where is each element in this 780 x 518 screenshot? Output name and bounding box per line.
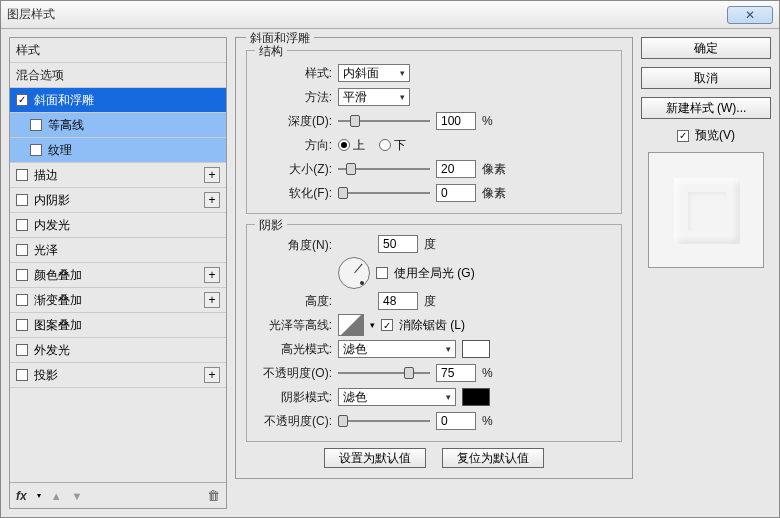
styles-footer: fx ▾ ▲ ▼ 🗑: [10, 482, 226, 508]
dialog-content: 样式 混合选项 斜面和浮雕 等高线 纹理 描边 +: [1, 29, 779, 517]
unit-label: 像素: [482, 161, 506, 178]
antialias-checkbox[interactable]: [381, 319, 393, 331]
antialias-label: 消除锯齿 (L): [399, 317, 465, 334]
move-up-icon[interactable]: ▲: [51, 490, 62, 502]
make-default-button[interactable]: 设置为默认值: [324, 448, 426, 468]
angle-label: 角度(N):: [257, 235, 332, 254]
style-item-drop-shadow[interactable]: 投影 +: [10, 363, 226, 388]
soften-label: 软化(F):: [257, 185, 332, 202]
plus-icon[interactable]: +: [204, 267, 220, 283]
checkbox-icon[interactable]: [16, 169, 28, 181]
angle-dial[interactable]: [338, 257, 370, 289]
shadow-color-swatch[interactable]: [462, 388, 490, 406]
shadow-mode-label: 阴影模式:: [257, 389, 332, 406]
chevron-down-icon[interactable]: ▾: [370, 320, 375, 330]
checkbox-icon[interactable]: [16, 244, 28, 256]
shadow-mode-select[interactable]: 滤色▾: [338, 388, 456, 406]
radio-icon: [379, 139, 391, 151]
style-item-outer-glow[interactable]: 外发光: [10, 338, 226, 363]
trash-icon[interactable]: 🗑: [207, 488, 220, 503]
depth-slider[interactable]: [338, 114, 430, 128]
size-label: 大小(Z):: [257, 161, 332, 178]
checkbox-icon[interactable]: [16, 269, 28, 281]
checkbox-icon[interactable]: [16, 369, 28, 381]
direction-up-radio[interactable]: 上: [338, 137, 365, 154]
checkbox-icon[interactable]: [16, 294, 28, 306]
checkbox-icon[interactable]: [16, 94, 28, 106]
bevel-group: 斜面和浮雕 结构 样式: 内斜面▾ 方法: 平滑▾ 深度(D): 100: [235, 37, 633, 479]
style-item-inner-glow[interactable]: 内发光: [10, 213, 226, 238]
structure-group: 结构 样式: 内斜面▾ 方法: 平滑▾ 深度(D): 100 %: [246, 50, 622, 214]
direction-label: 方向:: [257, 137, 332, 154]
layer-style-dialog: 图层样式 ✕ 样式 混合选项 斜面和浮雕 等高线 纹理: [0, 0, 780, 518]
structure-legend: 结构: [255, 43, 287, 60]
plus-icon[interactable]: +: [204, 192, 220, 208]
fx-menu[interactable]: fx: [16, 489, 27, 503]
checkbox-icon[interactable]: [16, 219, 28, 231]
style-item-inner-shadow[interactable]: 内阴影 +: [10, 188, 226, 213]
checkbox-icon[interactable]: [30, 144, 42, 156]
titlebar: 图层样式 ✕: [1, 1, 779, 29]
gloss-contour-picker[interactable]: [338, 314, 364, 336]
technique-select[interactable]: 平滑▾: [338, 88, 410, 106]
chevron-down-icon[interactable]: ▾: [37, 491, 41, 500]
shadow-opacity-input[interactable]: 0: [436, 412, 476, 430]
radio-icon: [338, 139, 350, 151]
style-item-bevel[interactable]: 斜面和浮雕: [10, 88, 226, 113]
global-light-label: 使用全局光 (G): [394, 265, 475, 282]
plus-icon[interactable]: +: [204, 367, 220, 383]
dialog-title: 图层样式: [7, 6, 727, 23]
preview-checkbox[interactable]: [677, 130, 689, 142]
plus-icon[interactable]: +: [204, 167, 220, 183]
direction-down-radio[interactable]: 下: [379, 137, 406, 154]
checkbox-icon[interactable]: [16, 194, 28, 206]
style-item-contour[interactable]: 等高线: [10, 113, 226, 138]
altitude-input[interactable]: 48: [378, 292, 418, 310]
new-style-button[interactable]: 新建样式 (W)...: [641, 97, 771, 119]
shadow-opacity-slider[interactable]: [338, 414, 430, 428]
style-item-texture[interactable]: 纹理: [10, 138, 226, 163]
chevron-down-icon: ▾: [446, 392, 451, 402]
reset-default-button[interactable]: 复位为默认值: [442, 448, 544, 468]
action-panel: 确定 取消 新建样式 (W)... 预览(V): [641, 37, 771, 509]
unit-label: %: [482, 366, 493, 380]
depth-input[interactable]: 100: [436, 112, 476, 130]
checkbox-icon[interactable]: [30, 119, 42, 131]
highlight-opacity-slider[interactable]: [338, 366, 430, 380]
angle-input[interactable]: 50: [378, 235, 418, 253]
preview-thumbnail: [648, 152, 764, 268]
style-item-satin[interactable]: 光泽: [10, 238, 226, 263]
soften-slider[interactable]: [338, 186, 430, 200]
shading-group: 阴影 角度(N): 50 度 使用全局: [246, 224, 622, 442]
size-slider[interactable]: [338, 162, 430, 176]
shadow-opacity-label: 不透明度(C):: [257, 413, 332, 430]
global-light-checkbox[interactable]: [376, 267, 388, 279]
unit-label: 度: [424, 293, 436, 310]
chevron-down-icon: ▾: [446, 344, 451, 354]
style-item-gradient-overlay[interactable]: 渐变叠加 +: [10, 288, 226, 313]
highlight-color-swatch[interactable]: [462, 340, 490, 358]
ok-button[interactable]: 确定: [641, 37, 771, 59]
highlight-mode-select[interactable]: 滤色▾: [338, 340, 456, 358]
style-select[interactable]: 内斜面▾: [338, 64, 410, 82]
cancel-button[interactable]: 取消: [641, 67, 771, 89]
plus-icon[interactable]: +: [204, 292, 220, 308]
blending-options[interactable]: 混合选项: [10, 63, 226, 88]
close-button[interactable]: ✕: [727, 6, 773, 24]
style-item-color-overlay[interactable]: 颜色叠加 +: [10, 263, 226, 288]
checkbox-icon[interactable]: [16, 319, 28, 331]
style-item-stroke[interactable]: 描边 +: [10, 163, 226, 188]
move-down-icon[interactable]: ▼: [72, 490, 83, 502]
styles-list: 样式 混合选项 斜面和浮雕 等高线 纹理 描边 +: [10, 38, 226, 482]
style-item-pattern-overlay[interactable]: 图案叠加: [10, 313, 226, 338]
size-input[interactable]: 20: [436, 160, 476, 178]
unit-label: 度: [424, 236, 436, 253]
chevron-down-icon: ▾: [400, 68, 405, 78]
soften-input[interactable]: 0: [436, 184, 476, 202]
chevron-down-icon: ▾: [400, 92, 405, 102]
highlight-opacity-input[interactable]: 75: [436, 364, 476, 382]
checkbox-icon[interactable]: [16, 344, 28, 356]
styles-header[interactable]: 样式: [10, 38, 226, 63]
highlight-mode-label: 高光模式:: [257, 341, 332, 358]
preview-label: 预览(V): [695, 127, 735, 144]
